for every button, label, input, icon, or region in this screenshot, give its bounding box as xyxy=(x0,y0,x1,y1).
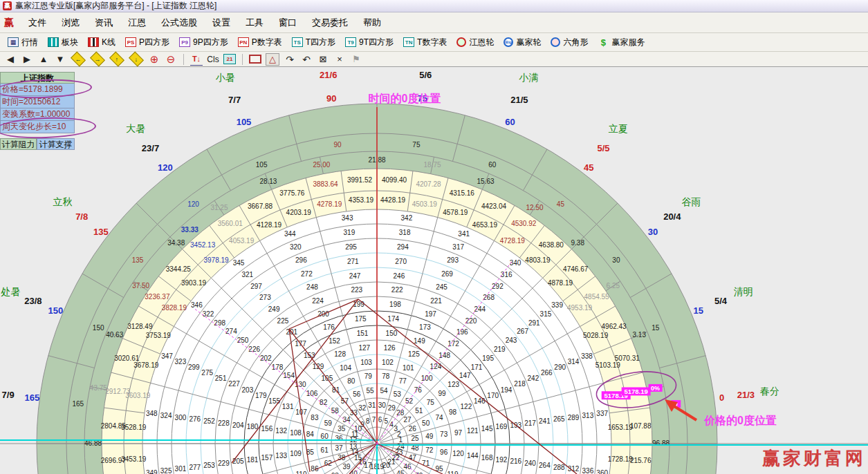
9t-square-label: 9T四方形 xyxy=(359,37,394,48)
toolbar-winner-wheel-button[interactable]: Big赢家轮 xyxy=(499,35,546,50)
calc-resistance-button[interactable]: 计算阻力 xyxy=(0,138,37,150)
nav-pan-down-button[interactable]: ↓ xyxy=(129,52,144,67)
menu-江恩[interactable]: 江恩 xyxy=(120,15,154,30)
svg-text:299: 299 xyxy=(188,363,200,371)
gann-wheel-chart-area[interactable]: 1234567891011121314151617181920212223242… xyxy=(0,67,868,474)
menu-设置[interactable]: 设置 xyxy=(205,15,238,30)
svg-text:61: 61 xyxy=(321,446,329,454)
time-zero-annotation: 时间的0度位置 xyxy=(369,92,441,104)
blocks-label: 板块 xyxy=(62,37,78,48)
svg-text:171: 171 xyxy=(471,363,483,371)
svg-text:107.88: 107.88 xyxy=(630,422,652,430)
svg-text:325: 325 xyxy=(160,467,172,474)
nav-cls-button[interactable]: Cls xyxy=(207,53,219,66)
nav-next-button[interactable]: ▶ xyxy=(21,53,33,66)
nav-draw-triangle-button[interactable]: △ xyxy=(266,53,279,66)
svg-text:31: 31 xyxy=(368,401,376,409)
nav-zoom-in-button[interactable]: ⊕ xyxy=(148,53,160,66)
toolbar-t-square-button[interactable]: TST四方形 xyxy=(287,35,340,50)
svg-text:23/7: 23/7 xyxy=(142,143,159,153)
svg-text:300: 300 xyxy=(175,414,187,421)
svg-text:4878.19: 4878.19 xyxy=(548,279,573,287)
gann-wheel-svg[interactable]: 1234567891011121314151617181920212223242… xyxy=(0,67,868,474)
app-icon: 赢 xyxy=(3,1,12,10)
svg-text:180: 180 xyxy=(247,423,259,430)
svg-text:27: 27 xyxy=(403,416,412,424)
nav-pan-left-button[interactable]: ← xyxy=(71,52,86,67)
nav-up-button[interactable]: ▲ xyxy=(37,53,50,66)
svg-text:119: 119 xyxy=(447,471,459,474)
svg-text:33.33: 33.33 xyxy=(181,226,198,234)
menu-工具[interactable]: 工具 xyxy=(238,15,271,30)
svg-text:51: 51 xyxy=(415,407,423,415)
svg-text:3883.64: 3883.64 xyxy=(313,180,338,188)
nav-zoom-out-button[interactable]: ⊖ xyxy=(165,53,177,66)
svg-text:82: 82 xyxy=(320,399,328,406)
menu-帮助[interactable]: 帮助 xyxy=(355,15,389,30)
title-bar: 赢 赢家江恩专业版[赢家内部服务平台] - [上证指数 江恩轮] xyxy=(0,0,868,12)
toolbar-9t-square-button[interactable]: T99T四方形 xyxy=(340,35,398,50)
menu-公式选股[interactable]: 公式选股 xyxy=(154,15,205,30)
svg-text:202: 202 xyxy=(260,354,272,362)
svg-text:172: 172 xyxy=(447,340,459,348)
nav-pin-button[interactable]: ⚑ xyxy=(350,53,362,66)
svg-text:32: 32 xyxy=(358,404,367,412)
nav-rotate-cw-button[interactable]: ↷ xyxy=(284,53,296,66)
svg-text:267: 267 xyxy=(517,328,528,335)
nav-frame-button[interactable]: ⊠ xyxy=(317,53,329,66)
svg-text:74: 74 xyxy=(436,414,444,421)
svg-text:123: 123 xyxy=(447,381,459,388)
nav-down-button[interactable]: ▼ xyxy=(54,53,66,66)
menu-文件[interactable]: 文件 xyxy=(21,15,54,30)
svg-text:72: 72 xyxy=(425,446,434,454)
menu-logo-icon: 赢 xyxy=(4,17,14,29)
menu-资讯[interactable]: 资讯 xyxy=(87,15,120,30)
menu-交易委托[interactable]: 交易委托 xyxy=(304,15,355,30)
svg-text:320: 320 xyxy=(290,243,302,251)
svg-text:176: 176 xyxy=(323,323,335,331)
toolbar-winner-service-button[interactable]: $赢家服务 xyxy=(593,35,649,50)
svg-text:56: 56 xyxy=(353,390,361,398)
svg-text:38: 38 xyxy=(338,454,346,462)
svg-text:5028.19: 5028.19 xyxy=(583,332,609,339)
nav-t-updown-button[interactable]: T↓ xyxy=(190,53,203,66)
menu-窗口[interactable]: 窗口 xyxy=(271,15,304,30)
svg-text:241: 241 xyxy=(539,417,551,425)
svg-text:120: 120 xyxy=(452,450,464,457)
svg-text:5178.19: 5178.19 xyxy=(624,388,647,395)
svg-text:2696.97: 2696.97 xyxy=(101,457,127,464)
svg-text:3344.25: 3344.25 xyxy=(166,265,192,273)
svg-text:59: 59 xyxy=(324,419,333,427)
nav-collapse-button[interactable]: × xyxy=(333,53,346,66)
nav-pan-up-button[interactable]: ↑ xyxy=(109,52,124,67)
nav-calendar-button[interactable]: 21 xyxy=(223,54,236,64)
toolbar-kline-button[interactable]: K线 xyxy=(83,35,120,50)
svg-text:12.50: 12.50 xyxy=(526,204,544,211)
svg-text:343: 343 xyxy=(342,214,353,222)
svg-text:265: 265 xyxy=(553,415,565,423)
toolbar-quotes-button[interactable]: ▦行情 xyxy=(3,35,43,50)
menu-浏览[interactable]: 浏览 xyxy=(54,15,87,30)
toolbar-p-square-button[interactable]: PSP四方形 xyxy=(120,35,174,50)
svg-text:218: 218 xyxy=(514,380,526,388)
price-zero-annotation: 价格的0度位置 xyxy=(703,414,777,426)
nav-pan-right-button[interactable]: → xyxy=(90,52,105,67)
toolbar-t-table-button[interactable]: TNT数字表 xyxy=(398,35,452,50)
svg-text:5070.31: 5070.31 xyxy=(615,354,640,362)
svg-text:28.13: 28.13 xyxy=(259,178,277,185)
toolbar-hexagon-button[interactable]: 六角形 xyxy=(546,35,593,50)
svg-text:146: 146 xyxy=(474,397,486,405)
toolbar-9p-square-button[interactable]: P99P四方形 xyxy=(174,35,233,50)
calc-support-button[interactable]: 计算支撑 xyxy=(37,138,75,150)
toolbar-blocks-button[interactable]: 板块 xyxy=(43,35,83,50)
nav-rotate-ccw-button[interactable]: ↶ xyxy=(300,53,313,66)
svg-text:289: 289 xyxy=(568,414,580,421)
blocks-icon xyxy=(48,37,59,47)
time-row: 时间=20150612 xyxy=(0,96,75,108)
toolbar-p-table-button[interactable]: PNP数字表 xyxy=(233,35,287,50)
svg-text:224: 224 xyxy=(312,297,324,305)
pan-down-icon: ↓ xyxy=(135,56,138,63)
nav-prev-button[interactable]: ◀ xyxy=(4,53,17,66)
toolbar-gann-wheel-button[interactable]: 江恩轮 xyxy=(452,35,499,50)
nav-draw-square-button[interactable] xyxy=(249,55,261,64)
